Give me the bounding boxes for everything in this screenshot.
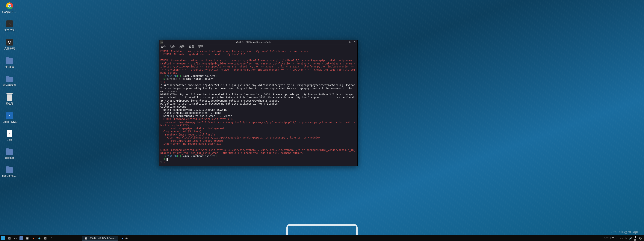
vscode-icon: ≡ <box>6 112 13 119</box>
panel-overflow[interactable]: ˄ <box>48 236 54 241</box>
menu-actions[interactable]: 动作 <box>170 45 175 48</box>
desktop-icon-label: 主文件夹 <box>4 28 15 32</box>
terminal-launcher-icon: ▣ <box>26 236 29 240</box>
desktop-icon-home[interactable]: ⌂ 主文件夹 <box>2 20 17 32</box>
network-icon[interactable]: ⎋ <box>624 236 628 240</box>
desktop-icon-folder-subdomain[interactable]: subDomain... <box>2 166 17 177</box>
battery-icon: ▮ <box>634 235 637 239</box>
close-button[interactable]: ✕ <box>353 41 356 44</box>
desktop-icon-label: Code - OSS <box>2 120 16 123</box>
desktop-icon-folder-sqlmap[interactable]: sqlmap <box>2 148 17 159</box>
task-label: r8@r8: ~/桌面/subDom... <box>89 236 116 240</box>
desktop-icon-1txt[interactable]: txt 1.txt <box>2 130 17 141</box>
desktop-icons: Google Chr... ⌂ 主文件夹 文件系统 潇雨poc 密码学脚本 回收… <box>2 2 17 177</box>
terminal-error-line: ImportError: No module named importlib <box>160 142 221 145</box>
app-menu-button[interactable] <box>0 236 6 241</box>
app-task-icon: ● <box>121 236 124 240</box>
battery-percent: 91 <box>634 239 636 241</box>
panel-separator <box>55 236 55 240</box>
menu-view[interactable]: 查看 <box>189 45 194 48</box>
power-icon[interactable]: ⏻ <box>638 236 642 240</box>
prompt-path: ~/桌面 /subDomainsBrute <box>181 74 216 78</box>
panel-app-icon[interactable]: ◆ <box>36 236 42 241</box>
chevron-up-icon: ˄ <box>50 236 53 240</box>
panel-files-icon[interactable] <box>18 236 24 241</box>
desktop-icon-folder-poc[interactable]: 潇雨poc <box>2 56 17 68</box>
desktop-icon-trash[interactable]: 回收站 <box>2 93 17 105</box>
terminal-body[interactable]: ERROR: Could not find a version that sat… <box>159 49 358 166</box>
keyboard-layout-indicator[interactable]: us <box>620 237 623 240</box>
taskbar: ▦ ▭ ▣ ● ◆ ◧ ˄ ▣ r8@r8: ~/桌面/subDom... ● … <box>0 236 644 241</box>
panel-terminal-icon[interactable]: ▣ <box>24 236 30 241</box>
maximize-button[interactable]: □ <box>349 41 352 44</box>
terminal-output-line: Installing build dependencies ... done <box>160 111 221 114</box>
prompt-exit-status-x: ✗ <box>162 161 165 164</box>
terminal-error-line: ERROR: No matching distribution found fo… <box>163 53 246 56</box>
files-icon <box>20 236 23 240</box>
prompt-bracket: ] <box>216 74 217 78</box>
desktop-icon-label: sqlmap <box>5 156 14 159</box>
task-r8[interactable]: ● r8 <box>118 236 130 241</box>
terminal-error-line: ---------------------------------------- <box>160 146 224 148</box>
prompt-exit-status: 1 ✗ <box>160 80 165 84</box>
terminal-error-line: ERROR: Command errored out with exit sta… <box>160 148 355 154</box>
prompt-path: ~/桌面 /subDomainsBrute <box>181 154 216 158</box>
menu-file[interactable]: 文件 <box>161 45 166 48</box>
csdn-watermark: -CSDN @r8_djh_ <box>612 230 640 234</box>
panel-desktop-icon[interactable]: ▭ <box>12 236 18 241</box>
terminal-output-line: /usr/share/offsec-awae-wheels/pyOpenSSL-… <box>160 84 357 93</box>
prompt-user: r8㉿ r8 <box>166 74 177 78</box>
terminal-titlebar[interactable]: ▭ r8@r8: ~/桌面/subDomainsBrute — □ ✕ <box>159 40 358 44</box>
chrome-icon <box>6 2 13 9</box>
terminal-cursor <box>166 158 168 160</box>
desktop-icon-label: 潇雨poc <box>5 65 14 68</box>
panel-window-list-icon[interactable]: ▦ <box>6 236 12 241</box>
terminal-error-line: File "/usr/local/lib/python2.7/dist-pack… <box>160 136 320 139</box>
folder-icon <box>6 77 13 82</box>
desktop-icon-label: 1.txt <box>7 138 12 141</box>
prompt-cmd-text: pip install gevent <box>185 78 214 80</box>
terminal-error-line: command: /usr/bin/python2.7 /usr/local/l… <box>160 121 355 127</box>
desktop-icon-label: subDomain... <box>2 174 17 177</box>
prompt-bracket: )-[ <box>177 74 181 78</box>
prompt-bracket: ] <box>216 154 217 158</box>
home-icon: ⌂ <box>6 20 13 27</box>
terminal-window[interactable]: ▭ r8@r8: ~/桌面/subDomainsBrute — □ ✕ 文件 动… <box>159 40 358 166</box>
folder-icon <box>6 58 13 64</box>
terminal-title: r8@r8: ~/桌面/subDomainsBrute <box>163 40 344 44</box>
terminal-task-icon: ▣ <box>84 236 88 240</box>
desktop-icon-label: 密码学脚本 <box>3 84 16 87</box>
menu-edit[interactable]: 编辑 <box>180 45 185 48</box>
panel-app-icon-2[interactable]: ◧ <box>42 236 48 241</box>
terminal-icon: ▭ <box>160 40 163 44</box>
desktop-icon-code-oss[interactable]: ≡ Code - OSS <box>2 112 17 123</box>
volume-icon[interactable]: 🔊 <box>629 236 632 240</box>
terminal-output-line: Getting requirements to build wheel ... … <box>160 114 232 118</box>
prompt-user: r8㉿ r8 <box>166 154 177 158</box>
filesystem-icon <box>6 39 13 46</box>
terminal-output-line: Defaulting to user installation because … <box>160 102 278 105</box>
minimize-button[interactable]: — <box>344 41 347 44</box>
app-icon: ◧ <box>44 236 47 240</box>
desktop-icon-label: 文件系统 <box>4 47 15 50</box>
menu-help[interactable]: 帮助 <box>198 45 204 48</box>
terminal-error-line: from importlib import import_module <box>160 139 223 142</box>
terminal-output-line: Using cached gevent-21.12.0.tar.gz (6.2 … <box>160 108 229 111</box>
battery-indicator[interactable]: ▮91 <box>634 235 637 241</box>
terminal-error-line: ERROR: Command errored out with exit sta… <box>160 118 234 120</box>
prompt-exit-status-num: 1 <box>160 161 162 164</box>
folder-icon <box>6 167 13 173</box>
notifications-icon[interactable]: ▭ <box>615 236 619 240</box>
desktop-icon-folder-crypto[interactable]: 密码学脚本 <box>2 75 17 87</box>
desktop-icon-chrome[interactable]: Google Chr... <box>2 2 17 14</box>
desktop-icon-label: 回收站 <box>6 102 14 105</box>
panel-clock[interactable]: 10:57 下午 <box>602 236 614 240</box>
terminal-menubar: 文件 动作 编辑 查看 帮助 <box>159 44 358 49</box>
panel-firefox-icon[interactable]: ● <box>30 236 36 241</box>
prompt-bracket: ┌──( <box>160 74 166 78</box>
desktop-icon-filesystem[interactable]: 文件系统 <box>2 38 17 50</box>
task-terminal[interactable]: ▣ r8@r8: ~/桌面/subDom... <box>82 236 118 241</box>
windows-icon: ▦ <box>8 236 11 240</box>
task-label: r8 <box>126 237 128 240</box>
terminal-output-line: DEPRECATION: Python 2.7 reached the end … <box>160 93 355 102</box>
